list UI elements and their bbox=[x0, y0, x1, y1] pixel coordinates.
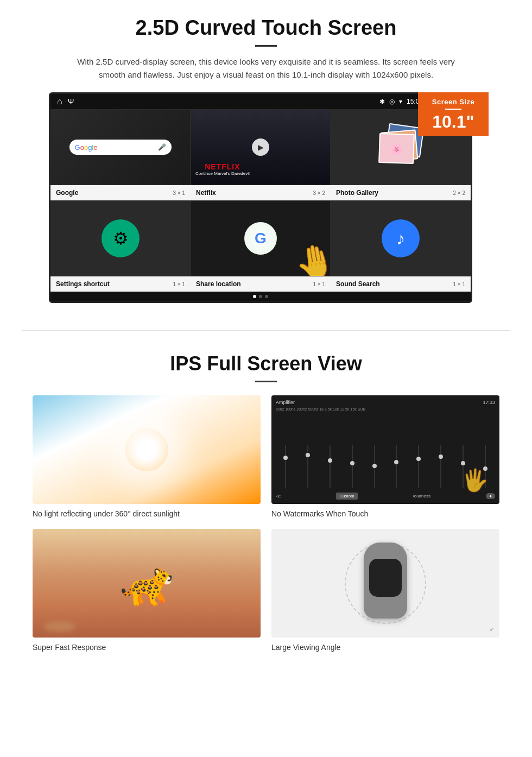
feature-sunlight: No light reflecting under 360° direct su… bbox=[33, 395, 261, 518]
sound-search-cell[interactable]: ♪ bbox=[331, 200, 471, 276]
amp-track-3 bbox=[320, 445, 340, 488]
netflix-label: Netflix bbox=[196, 189, 216, 197]
amp-slider-1 bbox=[285, 445, 286, 488]
amp-slider-8 bbox=[440, 445, 441, 488]
amp-toggle[interactable]: ● bbox=[486, 493, 495, 499]
amp-slider-2 bbox=[307, 445, 308, 488]
amp-handle-8[interactable] bbox=[439, 455, 443, 459]
amp-title: Amplifier bbox=[276, 400, 295, 405]
settings-icon-circle: ⚙ bbox=[102, 219, 140, 257]
google-size: 3 × 1 bbox=[173, 190, 185, 196]
amp-handle-4[interactable] bbox=[350, 461, 354, 465]
netflix-size: 3 × 2 bbox=[313, 190, 325, 196]
share-size: 1 × 1 bbox=[313, 281, 325, 287]
netflix-play-button[interactable]: ▶ bbox=[252, 138, 269, 156]
music-note-icon: ♪ bbox=[396, 229, 405, 249]
flower-icon: 🌸 bbox=[390, 142, 404, 155]
amp-track-2 bbox=[298, 445, 318, 488]
label-sound: Sound Search 1 × 1 bbox=[331, 279, 471, 289]
section1-description: With 2.5D curved-display screen, this de… bbox=[76, 55, 456, 81]
gallery-label: Photo Gallery bbox=[336, 189, 378, 197]
section-touch-screen: 2.5D Curved Touch Screen With 2.5D curve… bbox=[0, 0, 532, 314]
netflix-sub-text: Continue Marvel's Daredevil bbox=[195, 171, 250, 176]
amp-footer: ≪ Custom loudness ● bbox=[276, 493, 495, 500]
amp-header: Amplifier 17:33 bbox=[276, 400, 495, 405]
section2-underline bbox=[255, 381, 277, 382]
sunlight-image-box bbox=[33, 395, 261, 504]
car-top-view bbox=[361, 542, 410, 624]
amp-hand-icon: 🖐 bbox=[461, 468, 489, 493]
device-mockup: Screen Size 10.1" ⌂ Ψ ✱ ◎ ▾ 15:06 ⊡ ◁) ⊠ bbox=[49, 92, 483, 303]
netflix-app-cell[interactable]: ▶ NETFLIX Continue Marvel's Daredevil bbox=[191, 109, 331, 185]
car-caption: Large Viewing Angle bbox=[271, 643, 499, 652]
car-body bbox=[364, 542, 407, 619]
amp-track-6 bbox=[387, 445, 407, 488]
car-image-box: ↙ bbox=[271, 529, 499, 638]
sunlight-image bbox=[33, 395, 261, 504]
amplifier-image: Amplifier 17:33 60hz100hz200hz500hz1k2.5… bbox=[271, 395, 499, 504]
google-search-bar[interactable]: Google 🎤 bbox=[69, 140, 172, 155]
netflix-logo-text: NETFLIX bbox=[195, 162, 250, 171]
feature-amplifier: Amplifier 17:33 60hz100hz200hz500hz1k2.5… bbox=[271, 395, 499, 518]
amp-handle-7[interactable] bbox=[416, 457, 421, 461]
hand-touch-icon: 🤚 bbox=[292, 239, 331, 276]
dot-1 bbox=[253, 295, 256, 298]
location-icon: ◎ bbox=[389, 98, 395, 105]
amp-slider-3 bbox=[330, 445, 331, 488]
screen-size-badge: Screen Size 10.1" bbox=[418, 92, 489, 136]
amp-slider-5 bbox=[374, 445, 375, 488]
sound-icon-circle: ♪ bbox=[382, 219, 420, 257]
settings-app-cell[interactable]: ⚙ bbox=[50, 200, 191, 276]
maps-icon-bg: G bbox=[244, 222, 277, 255]
google-app-cell[interactable]: Google 🎤 bbox=[50, 109, 191, 185]
amp-track-5 bbox=[364, 445, 384, 488]
settings-size: 1 × 1 bbox=[173, 281, 185, 287]
android-screen: ⌂ Ψ ✱ ◎ ▾ 15:06 ⊡ ◁) ⊠ ▭ bbox=[49, 92, 472, 303]
label-netflix: Netflix 3 × 2 bbox=[191, 187, 331, 198]
cheetah-caption: Super Fast Response bbox=[33, 643, 261, 652]
settings-gear-icon: ⚙ bbox=[113, 228, 129, 249]
cheetah-image: 🐆 bbox=[33, 529, 261, 638]
cheetah-image-box: 🐆 bbox=[33, 529, 261, 638]
home-icon[interactable]: ⌂ bbox=[57, 97, 62, 106]
google-label: Google bbox=[56, 189, 78, 197]
wifi-icon: ▾ bbox=[399, 98, 402, 105]
amp-loudness-label: loudness bbox=[413, 494, 430, 499]
gallery-size: 2 × 2 bbox=[453, 190, 465, 196]
share-location-cell[interactable]: G 🤚 bbox=[191, 200, 331, 276]
amp-track-4 bbox=[342, 445, 362, 488]
dust-cloud bbox=[43, 621, 76, 632]
amp-track-1 bbox=[276, 445, 296, 488]
badge-size: 10.1" bbox=[427, 113, 480, 130]
dot-3 bbox=[265, 295, 268, 298]
section-divider bbox=[22, 330, 510, 331]
amp-track-7 bbox=[409, 445, 429, 488]
car-roof bbox=[369, 559, 402, 597]
amp-handle-2[interactable] bbox=[306, 453, 310, 457]
amp-handle-3[interactable] bbox=[328, 458, 332, 463]
amp-handle-6[interactable] bbox=[394, 460, 398, 464]
section-ips-view: IPS Full Screen View No light reflecting… bbox=[0, 347, 532, 668]
amp-handle-5[interactable] bbox=[372, 464, 377, 468]
cheetah-emoji: 🐆 bbox=[119, 558, 174, 609]
car-image: ↙ bbox=[271, 529, 499, 638]
pagination-dots bbox=[50, 292, 471, 301]
sun-glow bbox=[125, 428, 168, 471]
label-google: Google 3 × 1 bbox=[50, 187, 191, 198]
amp-handle-1[interactable] bbox=[283, 456, 288, 460]
amp-slider-7 bbox=[418, 445, 419, 488]
sound-size: 1 × 1 bbox=[453, 281, 465, 287]
usb-icon: Ψ bbox=[68, 97, 74, 106]
amp-freq-labels: 60hz100hz200hz500hz1k2.5k10k12.5k15kSUB bbox=[276, 407, 495, 411]
feature-grid: No light reflecting under 360° direct su… bbox=[33, 395, 499, 652]
feature-cheetah: 🐆 Super Fast Response bbox=[33, 529, 261, 652]
status-bar: ⌂ Ψ ✱ ◎ ▾ 15:06 ⊡ ◁) ⊠ ▭ bbox=[50, 94, 471, 109]
car-indicator: ↙ bbox=[490, 626, 494, 632]
amp-slider-6 bbox=[396, 445, 397, 488]
amp-handle-9[interactable] bbox=[461, 461, 465, 465]
feature-car: ↙ Large Viewing Angle bbox=[271, 529, 499, 652]
google-logo: Google bbox=[75, 143, 98, 152]
amplifier-caption: No Watermarks When Touch bbox=[271, 509, 499, 518]
badge-title: Screen Size bbox=[427, 98, 480, 106]
amp-custom-button[interactable]: Custom bbox=[336, 493, 358, 500]
